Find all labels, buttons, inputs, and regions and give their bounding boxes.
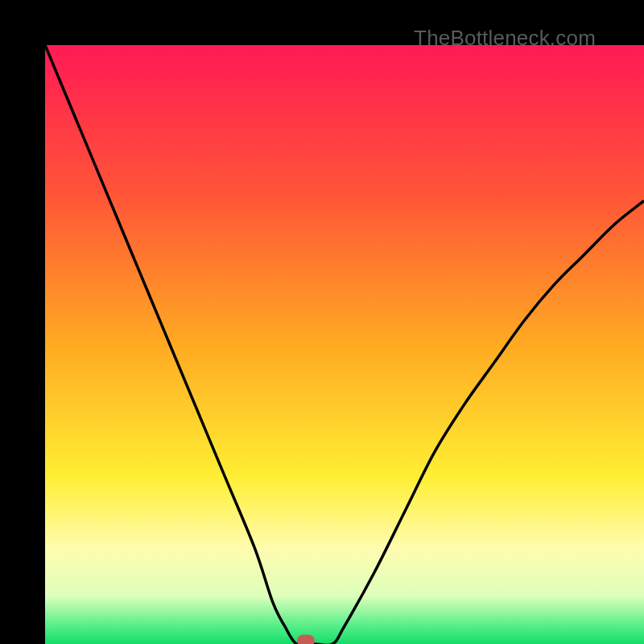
optimal-point-marker: [297, 634, 315, 644]
plot-area: [45, 45, 644, 644]
watermark-text: TheBottleneck.com: [414, 26, 596, 51]
bottleneck-curve: [45, 45, 644, 644]
chart-frame: TheBottleneck.com: [0, 0, 644, 644]
